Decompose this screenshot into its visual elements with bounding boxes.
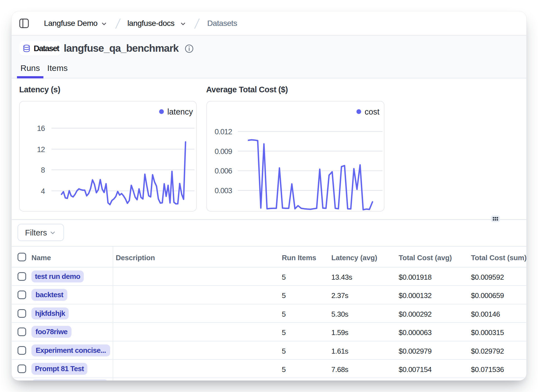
svg-text:cost: cost (365, 107, 379, 116)
svg-text:4: 4 (41, 187, 45, 195)
svg-text:0.003: 0.003 (214, 187, 232, 195)
svg-text:8: 8 (41, 166, 45, 174)
svg-text:0.012: 0.012 (214, 128, 232, 136)
svg-text:16: 16 (37, 124, 45, 133)
svg-text:0.006: 0.006 (214, 167, 232, 175)
svg-text:0.009: 0.009 (214, 147, 232, 156)
svg-text:latency: latency (167, 107, 193, 116)
svg-text:12: 12 (37, 145, 45, 154)
